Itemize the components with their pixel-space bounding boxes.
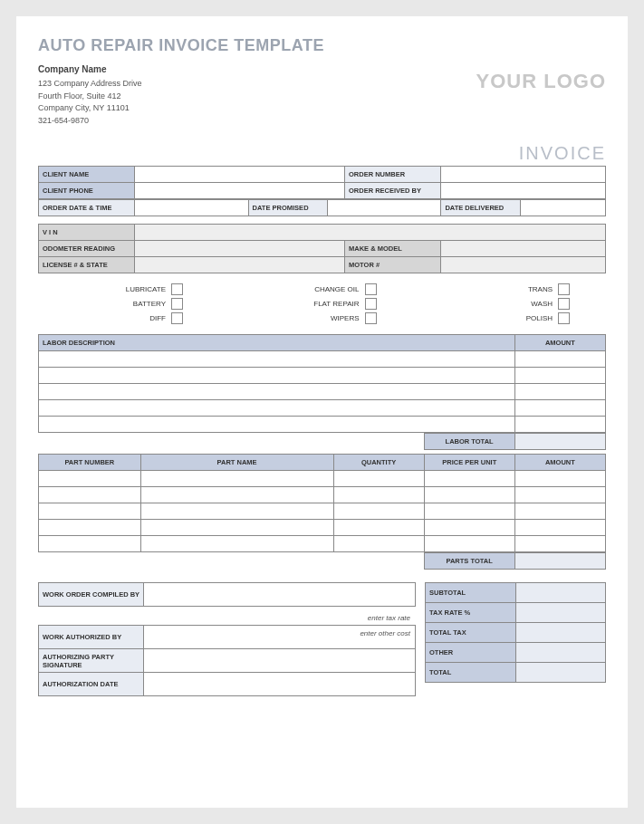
parts-amount-header: AMOUNT xyxy=(514,455,605,471)
polish-check: POLISH xyxy=(461,312,570,324)
date-promised-label: DATE PROMISED xyxy=(248,200,328,216)
parts-table: PART NUMBER PART NAME QUANTITY PRICE PER… xyxy=(38,454,606,552)
part-number-header: PART NUMBER xyxy=(39,455,141,471)
signature-input[interactable] xyxy=(144,649,416,673)
polish-box[interactable] xyxy=(558,312,570,324)
service-checks: LUBRICATE CHANGE OIL TRANS BATTERY FLAT … xyxy=(38,283,606,324)
client-name-input[interactable] xyxy=(135,167,345,183)
tax-rate-label: TAX RATE % xyxy=(426,603,516,623)
page-title: AUTO REPAIR INVOICE TEMPLATE xyxy=(38,36,606,55)
make-model-label: MAKE & MODEL xyxy=(345,241,441,257)
odometer-label: ODOMETER READING xyxy=(39,241,135,257)
part-row[interactable] xyxy=(39,471,141,487)
motor-input[interactable] xyxy=(441,257,606,273)
vehicle-table: V I N ODOMETER READING MAKE & MODEL LICE… xyxy=(38,224,606,273)
other-label: OTHER xyxy=(426,643,516,663)
part-row[interactable] xyxy=(39,503,141,520)
qty-header: QUANTITY xyxy=(333,455,424,471)
order-number-label: ORDER NUMBER xyxy=(345,167,441,183)
dates-table: ORDER DATE & TIME DATE PROMISED DATE DEL… xyxy=(38,199,606,216)
header-row: Company Name 123 Company Address Drive F… xyxy=(38,62,606,127)
labor-total-row: LABOR TOTAL xyxy=(38,433,606,450)
order-received-label: ORDER RECEIVED BY xyxy=(345,183,441,199)
labor-row[interactable] xyxy=(39,417,515,433)
license-input[interactable] xyxy=(135,257,345,273)
date-delivered-input[interactable] xyxy=(521,200,606,216)
change-oil-box[interactable] xyxy=(365,283,377,295)
compiled-by-input[interactable] xyxy=(144,583,416,607)
trans-box[interactable] xyxy=(558,283,570,295)
order-number-input[interactable] xyxy=(441,167,606,183)
compiled-by-label: WORK ORDER COMPILED BY xyxy=(39,583,144,607)
labor-table: LABOR DESCRIPTION AMOUNT xyxy=(38,334,606,433)
total-tax-value[interactable] xyxy=(515,623,606,643)
labor-amount[interactable] xyxy=(514,368,605,384)
order-received-input[interactable] xyxy=(441,183,606,199)
part-row[interactable] xyxy=(39,520,141,536)
diff-check: DIFF xyxy=(74,312,183,324)
company-city: Company City, NY 11101 xyxy=(38,102,142,115)
labor-row[interactable] xyxy=(39,351,515,368)
diff-box[interactable] xyxy=(171,312,183,324)
price-header: PRICE PER UNIT xyxy=(424,455,514,471)
vin-input[interactable] xyxy=(135,225,606,241)
change-oil-check: CHANGE OIL xyxy=(268,283,377,295)
auth-date-label: AUTHORIZATION DATE xyxy=(39,673,144,696)
part-row[interactable] xyxy=(39,487,141,503)
lubricate-box[interactable] xyxy=(171,283,183,295)
totals-table: SUBTOTAL TAX RATE % TOTAL TAX OTHER TOTA… xyxy=(425,582,606,683)
auth-date-input[interactable] xyxy=(144,673,416,696)
total-label: TOTAL xyxy=(426,663,516,683)
company-name: Company Name xyxy=(38,62,142,76)
labor-total-label: LABOR TOTAL xyxy=(424,434,514,450)
parts-total-value[interactable] xyxy=(514,553,605,570)
labor-desc-header: LABOR DESCRIPTION xyxy=(39,335,515,351)
battery-box[interactable] xyxy=(171,298,183,310)
labor-amount-header: AMOUNT xyxy=(514,335,605,351)
labor-amount[interactable] xyxy=(514,384,605,400)
motor-label: MOTOR # xyxy=(345,257,441,273)
labor-row[interactable] xyxy=(39,368,515,384)
other-value[interactable] xyxy=(515,643,606,663)
flat-repair-box[interactable] xyxy=(365,298,377,310)
invoice-label: INVOICE xyxy=(38,143,606,164)
company-phone: 321-654-9870 xyxy=(38,115,142,128)
date-promised-input[interactable] xyxy=(328,200,441,216)
parts-total-row: PARTS TOTAL xyxy=(38,552,606,570)
authorized-by-input[interactable] xyxy=(144,626,416,649)
labor-row[interactable] xyxy=(39,384,515,400)
vin-label: V I N xyxy=(39,225,135,241)
invoice-page: AUTO REPAIR INVOICE TEMPLATE Company Nam… xyxy=(16,16,628,808)
total-tax-label: TOTAL TAX xyxy=(426,623,516,643)
labor-total-value[interactable] xyxy=(514,434,605,450)
make-model-input[interactable] xyxy=(441,241,606,257)
odometer-input[interactable] xyxy=(135,241,345,257)
client-order-table: CLIENT NAME ORDER NUMBER CLIENT PHONE OR… xyxy=(38,166,606,199)
logo-placeholder: YOUR LOGO xyxy=(476,70,606,93)
labor-amount[interactable] xyxy=(514,351,605,368)
company-info: Company Name 123 Company Address Drive F… xyxy=(38,62,142,127)
labor-amount[interactable] xyxy=(514,400,605,417)
wipers-box[interactable] xyxy=(365,312,377,324)
signature-label: AUTHORIZING PARTY SIGNATURE xyxy=(39,649,144,673)
company-address2: Fourth Floor, Suite 412 xyxy=(38,91,142,103)
wash-box[interactable] xyxy=(558,298,570,310)
date-delivered-label: DATE DELIVERED xyxy=(441,200,521,216)
order-date-input[interactable] xyxy=(135,200,248,216)
authorized-by-label: WORK AUTHORIZED BY xyxy=(39,626,144,649)
tax-rate-value[interactable] xyxy=(515,603,606,623)
lubricate-check: LUBRICATE xyxy=(74,283,183,295)
total-value[interactable] xyxy=(515,663,606,683)
bottom-section: WORK ORDER COMPILED BY enter tax rate WO… xyxy=(38,582,606,683)
labor-amount[interactable] xyxy=(514,417,605,433)
client-phone-input[interactable] xyxy=(135,183,345,199)
labor-row[interactable] xyxy=(39,400,515,417)
parts-total-label: PARTS TOTAL xyxy=(424,553,514,570)
part-row[interactable] xyxy=(39,536,141,552)
flat-repair-check: FLAT REPAIR xyxy=(268,298,377,310)
license-label: LICENSE # & STATE xyxy=(39,257,135,273)
subtotal-value[interactable] xyxy=(515,583,606,603)
company-address1: 123 Company Address Drive xyxy=(38,78,142,91)
part-name-header: PART NAME xyxy=(140,455,333,471)
client-name-label: CLIENT NAME xyxy=(39,167,135,183)
